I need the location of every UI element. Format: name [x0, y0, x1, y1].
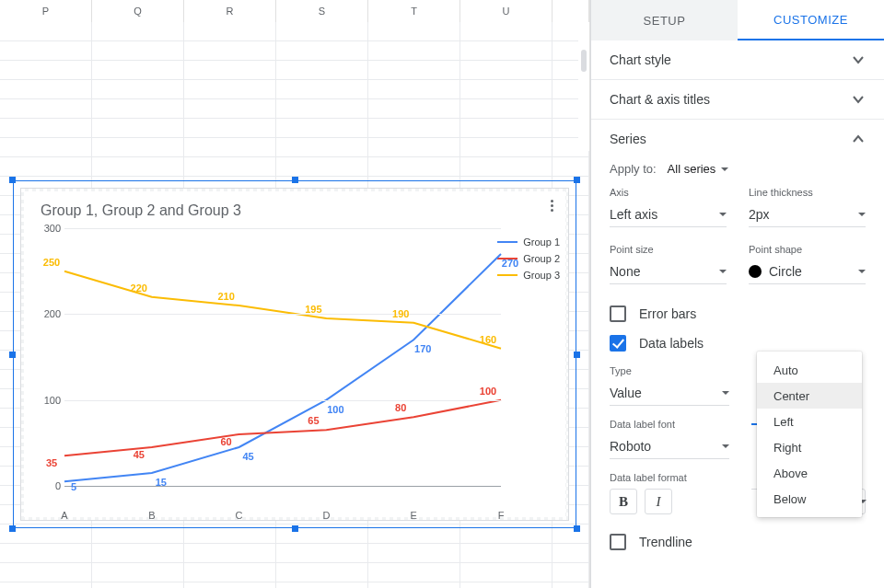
col-header[interactable]: P [0, 0, 92, 22]
resize-handle[interactable] [292, 525, 298, 532]
chart-card[interactable]: Group 1, Group 2 and Group 3 Group 1Grou… [20, 188, 569, 521]
panel-tabs: SETUP CUSTOMIZE [591, 0, 884, 40]
x-tick: A [61, 510, 67, 521]
chevron-down-icon [851, 92, 866, 107]
data-label: 45 [242, 451, 253, 462]
type-select[interactable]: Value [610, 380, 729, 406]
dropdown-icon [858, 270, 866, 273]
data-label: 80 [395, 402, 406, 413]
vertical-scrollbar[interactable] [578, 22, 589, 151]
legend-item[interactable]: Group 1 [497, 234, 560, 250]
type-label: Type [610, 365, 729, 376]
data-label: 160 [480, 334, 496, 345]
position-option[interactable]: Above [757, 460, 862, 486]
chart-plot: 0100200300ABCDEF515451001702703545606580… [42, 228, 501, 504]
data-label: 220 [131, 282, 147, 294]
resize-handle[interactable] [292, 177, 298, 183]
col-header[interactable]: R [184, 0, 276, 22]
y-tick: 300 [41, 223, 61, 234]
chart-menu-icon[interactable] [543, 197, 560, 213]
error-bars-row[interactable]: Error bars [610, 299, 866, 329]
circle-icon [749, 265, 762, 278]
x-tick: B [148, 510, 155, 521]
data-label: 195 [305, 304, 321, 315]
data-label: 250 [43, 257, 60, 268]
trendline-row[interactable]: Trendline [610, 527, 866, 557]
col-header[interactable]: Q [92, 0, 184, 22]
point-size-label: Point size [610, 244, 727, 255]
section-chart-style[interactable]: Chart style [610, 40, 866, 79]
chart-selection[interactable]: Group 1, Group 2 and Group 3 Group 1Grou… [13, 180, 576, 528]
legend-label: Group 3 [523, 270, 560, 281]
chart-title[interactable]: Group 1, Group 2 and Group 3 [41, 202, 241, 219]
italic-button[interactable]: I [645, 489, 672, 514]
chevron-down-icon [851, 52, 866, 67]
position-option[interactable]: Auto [757, 357, 862, 383]
col-header[interactable] [552, 0, 589, 22]
data-label-font-select[interactable]: Roboto [610, 433, 729, 459]
trendline-checkbox[interactable] [610, 534, 626, 550]
x-tick: C [236, 510, 243, 521]
data-label: 45 [134, 449, 145, 460]
y-tick: 200 [41, 308, 61, 319]
resize-handle[interactable] [574, 525, 580, 532]
position-option[interactable]: Below [757, 486, 862, 512]
col-header[interactable]: S [276, 0, 368, 22]
x-tick: E [411, 510, 417, 521]
data-labels-checkbox[interactable] [610, 335, 626, 352]
data-label: 210 [217, 291, 234, 302]
legend-label: Group 1 [523, 236, 560, 248]
error-bars-checkbox[interactable] [610, 306, 626, 322]
legend-item[interactable]: Group 3 [497, 267, 560, 283]
axis-select[interactable]: Left axis [610, 202, 727, 227]
position-option[interactable]: Left [757, 409, 862, 434]
dropdown-icon [721, 167, 728, 171]
point-shape-label: Point shape [749, 244, 866, 255]
chart-editor-panel: SETUP CUSTOMIZE Chart style Chart & axis… [590, 0, 884, 588]
error-bars-label: Error bars [639, 306, 696, 321]
tab-setup[interactable]: SETUP [591, 0, 738, 40]
col-header[interactable]: T [368, 0, 460, 22]
position-option[interactable]: Right [757, 434, 862, 460]
data-label-font-label: Data label font [610, 419, 729, 430]
data-label: 15 [156, 477, 167, 488]
data-label: 65 [308, 415, 319, 426]
tab-customize[interactable]: CUSTOMIZE [738, 0, 884, 40]
dropdown-icon [858, 213, 866, 216]
col-header[interactable]: U [460, 0, 552, 22]
data-label: 100 [327, 404, 343, 415]
spreadsheet[interactable]: P Q R S T U Group 1, Group 2 and Group 3 [0, 0, 590, 588]
position-dropdown: AutoCenterLeftRightAboveBelow [757, 352, 862, 517]
point-shape-select[interactable]: Circle [749, 259, 866, 284]
section-series[interactable]: Series [610, 120, 866, 158]
section-chart-axis-titles[interactable]: Chart & axis titles [610, 80, 866, 119]
apply-to-select[interactable]: All series [668, 162, 729, 176]
section-label: Series [610, 132, 646, 146]
dropdown-icon [722, 391, 729, 395]
legend-label: Group 2 [523, 253, 560, 264]
data-label: 270 [502, 258, 518, 269]
section-label: Chart style [610, 52, 671, 67]
line-thickness-select[interactable]: 2px [749, 202, 866, 227]
position-option[interactable]: Center [757, 383, 862, 409]
trendline-label: Trendline [639, 535, 692, 549]
data-label: 60 [220, 436, 231, 447]
y-tick: 0 [41, 480, 61, 491]
resize-handle[interactable] [574, 177, 580, 183]
resize-handle[interactable] [9, 177, 16, 183]
bold-button[interactable]: B [610, 489, 637, 514]
resize-handle[interactable] [9, 525, 16, 532]
apply-to-label: Apply to: [610, 162, 657, 176]
data-label: 170 [414, 343, 431, 354]
data-label: 190 [392, 308, 409, 319]
resize-handle[interactable] [9, 352, 16, 358]
dropdown-icon [722, 444, 729, 448]
data-label: 100 [480, 386, 496, 397]
point-size-select[interactable]: None [610, 259, 727, 284]
chevron-up-icon [851, 132, 866, 146]
data-labels-label: Data labels [639, 336, 704, 351]
y-tick: 100 [41, 395, 61, 406]
section-label: Chart & axis titles [610, 92, 710, 107]
x-tick: F [498, 510, 505, 521]
resize-handle[interactable] [574, 352, 580, 358]
